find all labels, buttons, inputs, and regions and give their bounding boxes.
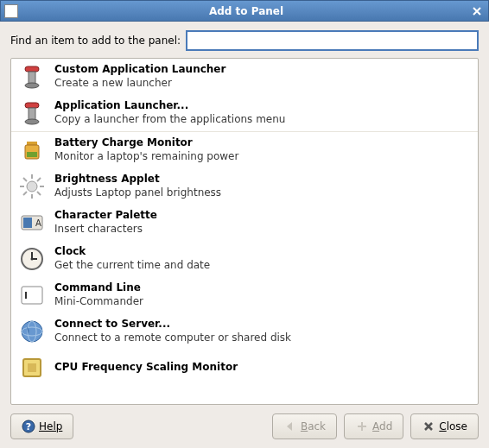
svg-line-17 (23, 192, 27, 195)
list-item-name: Connect to Server... (54, 318, 471, 331)
svg-text:?: ? (26, 421, 31, 432)
window-body: Find an item to add to the panel: Custom… (0, 22, 489, 448)
list-item-text: Command LineMini-Commander (54, 281, 471, 308)
svg-rect-0 (25, 66, 39, 72)
svg-rect-8 (27, 152, 37, 157)
svg-rect-6 (27, 142, 37, 145)
launcher-icon (18, 99, 46, 127)
svg-line-16 (37, 178, 41, 181)
add-icon (355, 420, 369, 433)
add-button: Add (344, 413, 403, 439)
list-item[interactable]: CPU Frequency Scaling Monitor (11, 350, 478, 386)
brightness-icon (18, 173, 46, 200)
help-button-label: Help (39, 420, 62, 432)
svg-rect-1 (29, 72, 35, 84)
help-button[interactable]: ? Help (10, 413, 73, 439)
list-item[interactable]: ACharacter PaletteInsert characters (11, 205, 478, 241)
list-item-desc: Insert characters (54, 223, 471, 237)
back-icon (283, 420, 297, 433)
svg-rect-31 (28, 363, 36, 372)
list-item-text: Connect to Server...Connect to a remote … (54, 318, 471, 344)
list-item[interactable]: Application Launcher...Copy a launcher f… (11, 95, 478, 132)
battery-icon (18, 136, 46, 164)
svg-rect-4 (29, 108, 35, 120)
window-title: Add to Panel (23, 5, 469, 17)
list-item-name: Brightness Applet (54, 173, 471, 186)
svg-rect-3 (25, 103, 39, 108)
list-item-desc: Mini-Commander (54, 295, 471, 309)
titlebar: Add to Panel (0, 0, 489, 22)
svg-line-14 (23, 178, 27, 181)
list-item[interactable]: Custom Application LauncherCreate a new … (11, 59, 478, 95)
clock-icon (18, 245, 46, 273)
globe-icon (18, 318, 46, 345)
svg-line-15 (37, 192, 41, 195)
list-item[interactable]: ClockGet the current time and date (11, 241, 478, 277)
svg-point-5 (25, 119, 39, 124)
list-item-name: Character Palette (54, 209, 471, 223)
list-item[interactable]: Command LineMini-Commander (11, 277, 478, 313)
search-label: Find an item to add to the panel: (10, 35, 181, 47)
cpu-icon (18, 354, 46, 382)
svg-point-24 (31, 258, 34, 261)
list-item-desc: Monitor a laptop's remaining power (54, 150, 471, 164)
search-input[interactable] (186, 30, 479, 51)
list-item-name: Battery Charge Monitor (54, 136, 471, 150)
svg-text:A: A (35, 218, 41, 228)
window-icon (4, 4, 18, 18)
svg-rect-25 (22, 287, 42, 304)
list-item-text: CPU Frequency Scaling Monitor (54, 361, 471, 375)
help-icon: ? (22, 420, 35, 433)
svg-point-2 (25, 83, 39, 88)
list-item-desc: Get the current time and date (54, 259, 471, 273)
dialog-buttons: ? Help Back Add Close (10, 413, 479, 439)
palette-icon: A (18, 209, 46, 237)
terminal-icon (18, 281, 46, 309)
applet-list-scroll[interactable]: Custom Application LauncherCreate a new … (11, 59, 478, 404)
close-icon[interactable] (469, 3, 485, 19)
list-item-desc: Create a new launcher (54, 77, 471, 91)
close-button[interactable]: Close (410, 413, 479, 439)
list-item[interactable]: Brightness AppletAdjusts Laptop panel br… (11, 168, 478, 205)
list-item-name: Custom Application Launcher (54, 63, 471, 77)
svg-rect-19 (23, 218, 32, 228)
list-item[interactable]: Battery Charge MonitorMonitor a laptop's… (11, 132, 478, 168)
search-row: Find an item to add to the panel: (10, 30, 479, 51)
list-item-text: ClockGet the current time and date (54, 245, 471, 272)
list-item-desc: Adjusts Laptop panel brightness (54, 186, 471, 200)
list-item-name: CPU Frequency Scaling Monitor (54, 361, 471, 375)
list-item-name: Command Line (54, 281, 471, 295)
list-item-text: Character PaletteInsert characters (54, 209, 471, 236)
list-item-desc: Connect to a remote computer or shared d… (54, 331, 471, 345)
list-item-name: Clock (54, 245, 471, 259)
svg-point-9 (27, 181, 37, 192)
back-button: Back (272, 413, 337, 439)
list-item-text: Battery Charge MonitorMonitor a laptop's… (54, 136, 471, 163)
list-item-name: Application Launcher... (54, 99, 471, 113)
cancel-icon (422, 420, 435, 433)
launcher-icon (18, 63, 46, 91)
applet-list: Custom Application LauncherCreate a new … (10, 58, 479, 405)
list-item-text: Custom Application LauncherCreate a new … (54, 63, 471, 90)
list-item-desc: Copy a launcher from the applications me… (54, 113, 471, 127)
list-item[interactable]: Connect to Server...Connect to a remote … (11, 313, 478, 350)
list-item-text: Application Launcher...Copy a launcher f… (54, 99, 471, 126)
list-item-text: Brightness AppletAdjusts Laptop panel br… (54, 173, 471, 199)
svg-point-27 (22, 321, 42, 342)
